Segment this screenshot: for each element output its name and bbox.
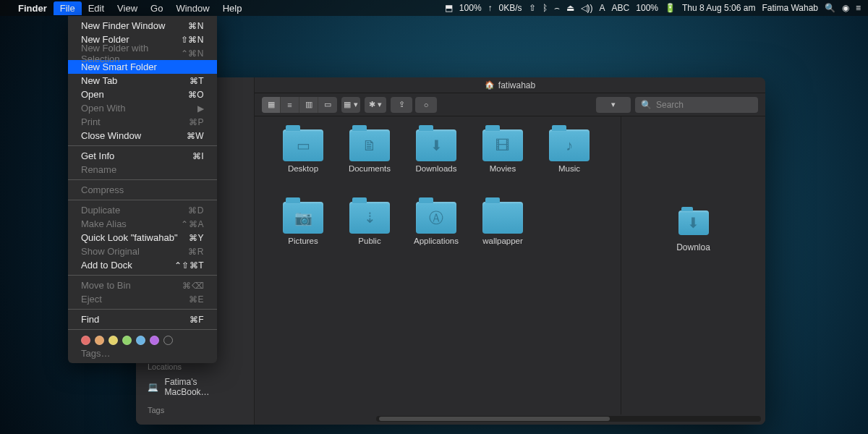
tag-yellow[interactable] [109,336,118,345]
tag-red[interactable] [81,336,90,345]
menu-item-quick-look[interactable]: Quick Look "fatiwahab"⌘Y [68,231,217,244]
menubar-item-edit[interactable]: Edit [82,1,111,15]
menu-item-rename: Rename [68,163,217,176]
menu-separator [68,275,217,276]
menubar-item-file[interactable]: File [54,1,82,15]
input-source-label: ABC [612,3,630,13]
document-glyph-icon: 🗎 [349,129,390,161]
preview-folder-icon: ⬇ [678,210,709,235]
menu-item-open-with: Open With▶ [68,101,217,115]
battery-percent: 100% [636,3,658,13]
siri-icon[interactable]: ◉ [842,3,849,13]
sidebar-header-tags: Tags [136,400,254,417]
menu-separator [68,309,217,310]
movies-glyph-icon: 🎞 [482,129,523,161]
folder-pictures[interactable]: 📷Pictures [271,202,336,271]
menu-item-close-window[interactable]: Close Window⌘W [68,129,217,142]
arrange-group: ▦ ▾ [341,97,360,113]
folder-desktop[interactable]: ▭Desktop [271,129,336,199]
menubar-item-help[interactable]: Help [216,1,249,15]
menu-item-find[interactable]: Find⌘F [68,312,217,326]
menubar-item-view[interactable]: View [111,1,144,15]
menu-item-make-alias: Make Alias⌃⌘A [68,217,217,231]
spotlight-icon[interactable]: 🔍 [825,3,835,13]
menubar-item-window[interactable]: Window [169,1,216,15]
tag-none[interactable] [163,336,173,345]
menu-separator [68,145,217,146]
download-glyph-icon: ⬇ [416,129,456,161]
network-speed-icon: ↑ [488,3,493,13]
path-dropdown[interactable]: ▾ [596,97,631,113]
view-icons-button[interactable]: ▦ [262,97,281,113]
folder-movies[interactable]: 🎞Movies [470,129,535,199]
menubar-app-name[interactable]: Finder [12,1,54,15]
menu-item-eject: Eject⌘E [68,292,217,306]
tag-purple[interactable] [150,336,159,345]
menubar-left: Finder File Edit View Go Window Help [7,1,248,15]
menubar-item-go[interactable]: Go [144,1,169,15]
cloud-upload-icon[interactable]: ⇧ [529,3,536,13]
search-field[interactable]: 🔍 Search [635,97,758,113]
view-list-button[interactable]: ≡ [281,97,299,113]
folder-downloads[interactable]: ⬇Downloads [404,129,469,199]
folder-documents[interactable]: 🗎Documents [337,129,402,199]
menu-item-show-original: Show Original⌘R [68,244,217,258]
volume-icon[interactable]: ◁)) [581,3,593,13]
tag-orange[interactable] [95,336,104,345]
menubar-username[interactable]: Fatima Wahab [762,3,818,13]
view-columns-button[interactable]: ▥ [299,97,318,113]
cpu-percent: 100% [459,3,482,13]
menu-item-new-finder-window[interactable]: New Finder Window⌘N [68,19,217,33]
action-menu-button[interactable]: ✱ ▾ [365,97,386,113]
folder-public[interactable]: ⇣Public [337,202,402,271]
share-button[interactable]: ⇪ [391,97,412,113]
bluetooth-icon[interactable]: ᛒ [542,3,548,13]
laptop-icon: 💻 [148,383,159,391]
menu-item-compress: Compress [68,183,217,197]
search-icon: 🔍 [641,100,652,110]
tag-green[interactable] [122,336,132,345]
battery-icon[interactable]: 🔋 [665,3,676,13]
download-glyph-icon: ⬇ [678,210,709,235]
system-menubar: Finder File Edit View Go Window Help ⬒ 1… [0,0,868,16]
folder-applications[interactable]: ⒶApplications [404,202,469,271]
menu-item-move-to-bin: Move to Bin⌘⌫ [68,278,217,292]
preview-pane: ⬇ Downloa [621,116,765,414]
network-speed: 0KB/s [499,3,522,13]
public-glyph-icon: ⇣ [349,202,390,234]
menu-item-new-tab[interactable]: New Tab⌘T [68,74,217,88]
folder-wallpapper[interactable]: wallpapper [470,202,535,271]
arrange-button[interactable]: ▦ ▾ [341,97,360,113]
finder-toolbar: ▦ ≡ ▥ ▭ ▦ ▾ ✱ ▾ ⇪ ○ ▾ 🔍 Search [255,93,765,116]
menu-item-open[interactable]: Open⌘O [68,88,217,101]
window-title: fatiwahab [498,80,535,90]
finder-titlebar: 🏠 fatiwahab [255,77,765,93]
preview-item-name: Downloa [676,242,710,252]
menu-item-add-to-dock[interactable]: Add to Dock⌃⇧⌘T [68,258,217,272]
wifi-icon[interactable]: ⌢ [554,3,560,13]
finder-main: 🏠 fatiwahab ▦ ≡ ▥ ▭ ▦ ▾ ✱ ▾ ⇪ ○ ▾ 🔍 Sear… [255,77,765,425]
sidebar-item-macbook[interactable]: 💻 Fatima's MacBook… [136,374,254,400]
horizontal-scrollbar[interactable] [376,416,761,422]
menu-separator [68,329,217,330]
menu-item-new-smart-folder[interactable]: New Smart Folder [68,60,217,74]
eject-icon[interactable]: ⏏ [566,3,574,13]
menu-item-duplicate: Duplicate⌘D [68,203,217,217]
menu-item-get-info[interactable]: Get Info⌘I [68,149,217,163]
menu-item-print: Print⌘P [68,115,217,129]
tag-blue[interactable] [136,336,145,345]
menu-item-tags[interactable]: Tags… [68,346,217,360]
folder-music[interactable]: ♪Music [537,129,602,199]
menubar-datetime[interactable]: Thu 8 Aug 5:06 am [682,3,755,13]
menu-tag-row [68,333,217,346]
notification-center-icon[interactable]: ≡ [856,3,861,13]
menubar-status-area: ⬒ 100% ↑ 0KB/s ⇧ ᛒ ⌢ ⏏ ◁)) A ABC 100% 🔋 … [445,3,861,13]
search-placeholder: Search [656,100,684,110]
input-source-badge[interactable]: A [600,3,605,13]
menu-separator [68,200,217,200]
finder-window: iCloud ☁ iCloud Drive Locations 💻 Fatima… [136,77,765,425]
edit-tags-button[interactable]: ○ [415,97,437,113]
generic-folder-glyph-icon [482,202,523,234]
view-mode-group: ▦ ≡ ▥ ▭ [262,97,337,113]
view-gallery-button[interactable]: ▭ [318,97,337,113]
